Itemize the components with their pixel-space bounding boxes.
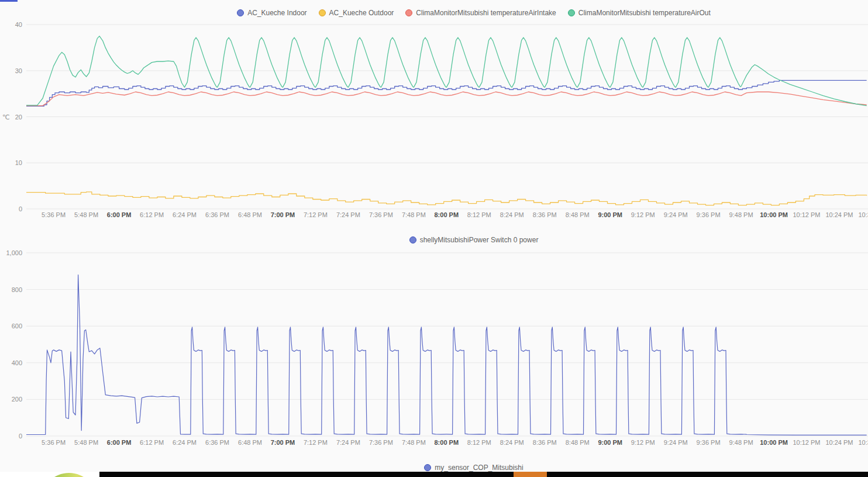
x-tick-label: 6:12 PM	[140, 439, 164, 446]
legend-label: shellyMitsubishiPower Switch 0 power	[420, 236, 539, 244]
x-tick-label: 7:24 PM	[336, 211, 360, 218]
y-tick-label: 1,000	[6, 249, 22, 256]
x-tick-label: 10:12 PM	[793, 439, 820, 446]
cop-chart-legend: my_sensor_COP_Mitsubishi	[40, 462, 868, 472]
legend-label: my_sensor_COP_Mitsubishi	[435, 464, 523, 472]
legend-label: ClimaMonitorMitsubishi temperatureAirInt…	[416, 9, 556, 17]
x-tick-label: 5:36 PM	[42, 439, 66, 446]
series-color-marker-icon	[237, 9, 244, 16]
bottom-black-bar	[99, 472, 868, 477]
x-tick-label: 6:24 PM	[173, 439, 197, 446]
series-line	[26, 92, 867, 106]
x-tick-label: 6:00 PM	[107, 211, 132, 218]
y-tick-label: 30	[15, 67, 22, 74]
x-tick-label: 10:36 PM	[858, 439, 868, 446]
series-line	[26, 80, 867, 106]
x-tick-label: 7:48 PM	[402, 211, 426, 218]
x-tick-label: 8:48 PM	[566, 211, 590, 218]
legend-item[interactable]: AC_Kueche Outdoor	[319, 9, 394, 17]
temperature-chart-legend: AC_Kueche IndoorAC_Kueche OutdoorClimaMo…	[40, 8, 868, 18]
x-tick-label: 9:12 PM	[631, 439, 655, 446]
temperature-chart-block: AC_Kueche IndoorAC_Kueche OutdoorClimaMo…	[0, 8, 868, 222]
x-tick-label: 6:36 PM	[205, 211, 229, 218]
legend-label: ClimaMonitorMitsubishi temperatureAirOut	[578, 9, 711, 17]
y-tick-label: 400	[12, 359, 22, 366]
y-tick-label: 200	[12, 396, 22, 403]
y-tick-label: 0	[19, 205, 22, 212]
x-tick-label: 6:00 PM	[107, 439, 132, 446]
legend-label: AC_Kueche Outdoor	[329, 9, 394, 17]
x-tick-label: 7:36 PM	[369, 211, 393, 218]
temperature-chart-canvas[interactable]: 010203040℃5:36 PM5:48 PM6:00 PM6:12 PM6:…	[0, 18, 868, 222]
y-tick-label: 40	[15, 21, 22, 28]
series-color-marker-icon	[319, 9, 326, 16]
x-tick-label: 8:24 PM	[500, 211, 524, 218]
y-tick-label: 600	[12, 322, 22, 330]
x-tick-label: 7:12 PM	[304, 439, 328, 446]
legend-item[interactable]: shellyMitsubishiPower Switch 0 power	[409, 236, 539, 244]
x-tick-label: 7:48 PM	[402, 439, 426, 446]
series-line	[26, 275, 867, 435]
x-tick-label: 9:48 PM	[729, 211, 753, 218]
x-tick-label: 7:24 PM	[336, 439, 360, 446]
series-color-marker-icon	[409, 236, 416, 243]
x-tick-label: 8:48 PM	[566, 439, 590, 446]
y-tick-label: 800	[12, 286, 22, 293]
x-tick-label: 9:00 PM	[598, 211, 622, 218]
y-tick-label: 0	[19, 433, 22, 440]
x-tick-label: 6:36 PM	[205, 439, 229, 446]
x-tick-label: 5:48 PM	[74, 211, 98, 218]
y-tick-label: 10	[15, 159, 22, 166]
x-tick-label: 7:00 PM	[271, 439, 295, 446]
power-chart-canvas[interactable]: 02004006008001,0005:36 PM5:48 PM6:00 PM6…	[0, 245, 868, 449]
x-tick-label: 6:48 PM	[238, 439, 262, 446]
bottom-left-panel	[0, 472, 99, 477]
y-axis-unit: ℃	[2, 114, 9, 121]
x-tick-label: 8:12 PM	[467, 211, 491, 218]
x-tick-label: 9:00 PM	[598, 439, 622, 446]
x-tick-label: 9:24 PM	[664, 211, 688, 218]
y-tick-label: 20	[15, 114, 22, 121]
x-tick-label: 8:12 PM	[467, 439, 491, 446]
bottom-orange-segment	[514, 472, 547, 477]
power-chart-block: shellyMitsubishiPower Switch 0 power 020…	[0, 235, 868, 449]
x-tick-label: 10:12 PM	[793, 211, 820, 218]
x-tick-label: 9:36 PM	[697, 439, 721, 446]
x-tick-label: 8:36 PM	[533, 439, 557, 446]
x-tick-label: 9:12 PM	[631, 211, 655, 218]
partial-circle-graphic	[41, 473, 97, 477]
power-chart-legend: shellyMitsubishiPower Switch 0 power	[40, 235, 868, 245]
bottom-strip	[0, 472, 868, 477]
x-tick-label: 10:36 PM	[858, 211, 868, 218]
x-tick-label: 7:00 PM	[271, 211, 295, 218]
series-color-marker-icon	[424, 464, 431, 471]
x-tick-label: 8:00 PM	[435, 439, 459, 446]
x-tick-label: 7:12 PM	[304, 211, 328, 218]
x-tick-label: 10:00 PM	[760, 211, 788, 218]
x-tick-label: 5:36 PM	[42, 211, 66, 218]
x-tick-label: 9:48 PM	[729, 439, 753, 446]
series-color-marker-icon	[405, 9, 412, 16]
cop-chart-block: my_sensor_COP_Mitsubishi	[0, 462, 868, 472]
x-tick-label: 5:48 PM	[74, 439, 98, 446]
x-tick-label: 8:36 PM	[533, 211, 557, 218]
x-tick-label: 6:24 PM	[173, 211, 197, 218]
top-progress-strip	[0, 0, 18, 2]
x-tick-label: 8:00 PM	[435, 211, 459, 218]
x-tick-label: 8:24 PM	[500, 439, 524, 446]
x-tick-label: 6:48 PM	[238, 211, 262, 218]
x-tick-label: 10:24 PM	[825, 439, 853, 446]
x-tick-label: 9:24 PM	[664, 439, 688, 446]
legend-item[interactable]: AC_Kueche Indoor	[237, 9, 306, 17]
x-tick-label: 10:00 PM	[760, 439, 788, 446]
series-color-marker-icon	[568, 9, 575, 16]
x-tick-label: 6:12 PM	[140, 211, 164, 218]
legend-item[interactable]: my_sensor_COP_Mitsubishi	[424, 464, 523, 472]
x-tick-label: 10:24 PM	[825, 211, 853, 218]
legend-label: AC_Kueche Indoor	[247, 9, 306, 17]
x-tick-label: 9:36 PM	[697, 211, 721, 218]
series-line	[26, 192, 867, 205]
x-tick-label: 7:36 PM	[369, 439, 393, 446]
legend-item[interactable]: ClimaMonitorMitsubishi temperatureAirOut	[568, 9, 711, 17]
legend-item[interactable]: ClimaMonitorMitsubishi temperatureAirInt…	[405, 9, 556, 17]
